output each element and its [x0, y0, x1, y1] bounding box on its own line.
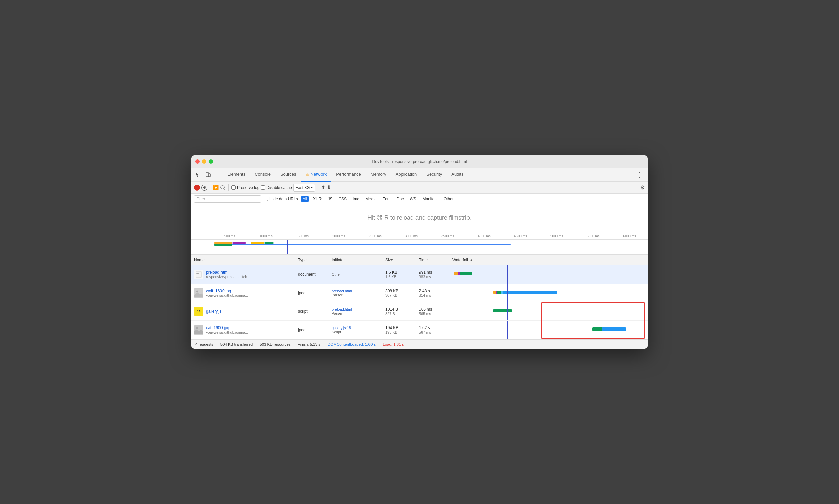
cell-size-1: 308 KB 307 KB: [382, 287, 416, 299]
cell-initiator-3: gallery.js:18 Script: [329, 324, 382, 335]
close-button[interactable]: [195, 159, 200, 164]
tab-network[interactable]: ⚠ Network: [301, 168, 332, 182]
file-icon-js: JS: [194, 307, 203, 316]
disable-cache-checkbox[interactable]: Disable cache: [261, 185, 292, 190]
cell-type-2: script: [295, 308, 329, 315]
file-icon-img2: [194, 325, 203, 335]
status-sep-4: [324, 342, 324, 347]
timeline-bar-purple: [232, 242, 246, 244]
import-icon[interactable]: ⬆: [321, 184, 325, 191]
filter-tag-xhr[interactable]: XHR: [311, 196, 323, 202]
file-name-2: gallery.js: [206, 309, 221, 314]
filter-tag-img[interactable]: Img: [351, 196, 361, 202]
status-sep-1: [217, 342, 217, 347]
cell-time-1: 2.48 s 814 ms: [416, 287, 450, 299]
status-sep-3: [294, 342, 294, 347]
throttle-select[interactable]: Fast 3G ▾: [293, 183, 316, 192]
cell-time-3: 1.62 s 567 ms: [416, 324, 450, 336]
svg-line-3: [224, 188, 225, 190]
hide-data-urls-checkbox[interactable]: Hide data URLs: [264, 197, 298, 201]
toolbar-divider-2: [210, 184, 210, 191]
tab-application[interactable]: Application: [391, 168, 422, 182]
export-icon[interactable]: ⬇: [326, 184, 331, 191]
tab-sources[interactable]: Sources: [275, 168, 301, 182]
cell-name-0: </> preload.html responsive-preload.glit…: [191, 268, 295, 281]
settings-icon[interactable]: ⚙: [640, 184, 645, 191]
th-size[interactable]: Size: [382, 258, 416, 263]
cell-waterfall-2: [450, 302, 648, 321]
timeline-ruler: 500 ms 1000 ms 1500 ms 2000 ms 2500 ms 3…: [191, 231, 648, 239]
th-initiator[interactable]: Initiator: [329, 258, 382, 263]
minimize-button[interactable]: [202, 159, 207, 164]
tab-security[interactable]: Security: [422, 168, 447, 182]
ruler-mark-3000: 3000 ms: [393, 234, 430, 238]
file-url-0: responsive-preload.glitch...: [206, 275, 250, 279]
filter-tag-css[interactable]: CSS: [336, 196, 349, 202]
th-name[interactable]: Name: [191, 258, 295, 263]
top-toolbar: Elements Console Sources ⚠ Network Perfo…: [191, 168, 648, 182]
timeline-bar-blue: [214, 244, 511, 245]
sort-arrow-icon: ▲: [469, 258, 473, 262]
search-icon[interactable]: [220, 185, 226, 190]
timeline-bars: [191, 239, 648, 255]
cell-initiator-0: Other: [329, 271, 382, 278]
filter-icon[interactable]: 🔽: [213, 185, 219, 190]
filter-tag-font[interactable]: Font: [380, 196, 393, 202]
browser-window: DevTools - responsive-preload.glitch.me/…: [191, 155, 648, 349]
filmstrip-prompt: Hit ⌘ R to reload and capture filmstrip.: [368, 214, 471, 221]
maximize-button[interactable]: [209, 159, 213, 164]
device-icon[interactable]: [204, 171, 212, 179]
svg-point-7: [196, 291, 198, 293]
th-time[interactable]: Time: [416, 258, 450, 263]
wf-marker-2: [507, 302, 508, 321]
filter-tag-doc[interactable]: Doc: [395, 196, 406, 202]
cell-type-3: jpeg: [295, 326, 329, 334]
th-waterfall[interactable]: Waterfall ▲: [450, 258, 648, 263]
filter-tag-all[interactable]: All: [301, 196, 309, 202]
timeline-bar-green3: [265, 242, 273, 244]
toolbar-divider-3: [228, 184, 229, 191]
svg-rect-0: [206, 173, 209, 177]
record-button[interactable]: [194, 184, 200, 191]
timeline-marker: [287, 239, 288, 255]
ruler-mark-5500: 5500 ms: [575, 234, 611, 238]
clear-button[interactable]: ⊘: [201, 184, 208, 191]
transferred-size: 504 KB transferred: [220, 342, 253, 346]
window-title: DevTools - responsive-preload.glitch.me/…: [372, 159, 467, 164]
table-row[interactable]: cat_1600.jpg yoavweiss.github.io/ima... …: [191, 321, 648, 339]
cell-size-0: 1.6 KB 1.5 KB: [382, 269, 416, 280]
filter-tag-js[interactable]: JS: [325, 196, 334, 202]
filter-tag-ws[interactable]: WS: [408, 196, 418, 202]
resources-size: 503 KB resources: [260, 342, 290, 346]
cell-type-1: jpeg: [295, 289, 329, 296]
cursor-icon[interactable]: [194, 171, 202, 179]
table-row[interactable]: JS gallery.js script preload.html Parser…: [191, 302, 648, 321]
tab-memory[interactable]: Memory: [366, 168, 391, 182]
filter-bar: Hide data URLs All XHR JS CSS Img Media …: [191, 194, 648, 204]
toolbar-icons: [194, 171, 218, 179]
ruler-mark-5000: 5000 ms: [539, 234, 575, 238]
wf-marker-3: [507, 321, 508, 339]
file-name-0: preload.html: [206, 270, 250, 275]
tab-console[interactable]: Console: [250, 168, 275, 182]
filter-tags: All XHR JS CSS Img Media Font Doc WS Man…: [301, 196, 456, 202]
filter-tag-manifest[interactable]: Manifest: [421, 196, 440, 202]
tab-audits[interactable]: Audits: [447, 168, 468, 182]
table-row[interactable]: wolf_1600.jpg yoavweiss.github.io/ima...…: [191, 284, 648, 302]
file-name-1: wolf_1600.jpg: [206, 289, 248, 293]
filter-tag-other[interactable]: Other: [442, 196, 456, 202]
th-type[interactable]: Type: [295, 258, 329, 263]
tab-performance[interactable]: Performance: [331, 168, 365, 182]
ruler-mark-2500: 2500 ms: [357, 234, 393, 238]
tab-elements[interactable]: Elements: [222, 168, 250, 182]
table-row[interactable]: </> preload.html responsive-preload.glit…: [191, 266, 648, 284]
filter-input[interactable]: [194, 195, 261, 203]
timeline-bar-green1: [214, 244, 232, 246]
preserve-log-checkbox[interactable]: Preserve log: [231, 185, 260, 190]
filter-tag-media[interactable]: Media: [363, 196, 378, 202]
more-tabs-button[interactable]: ⋮: [633, 171, 645, 179]
network-toolbar: ⊘ 🔽 Preserve log Disable cache Fast 3G ▾…: [191, 182, 648, 194]
status-sep-5: [379, 342, 379, 347]
cell-initiator-1: preload.html Parser: [329, 288, 382, 298]
ruler-mark-3500: 3500 ms: [430, 234, 466, 238]
